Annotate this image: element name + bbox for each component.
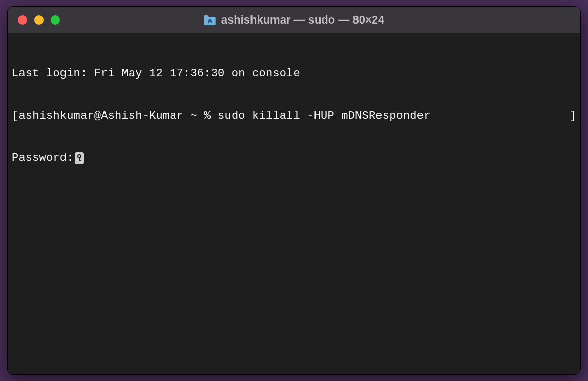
last-login-line: Last login: Fri May 12 17:36:30 on conso…	[12, 67, 576, 81]
key-icon	[75, 152, 84, 164]
window-title: ashishkumar — sudo — 80×24	[204, 13, 385, 27]
prompt-left: [ashishkumar@Ashish-Kumar ~ % sudo killa…	[12, 109, 431, 123]
window-controls	[8, 15, 60, 25]
window-title-text: ashishkumar — sudo — 80×24	[221, 13, 385, 27]
prompt-user-host: ashishkumar@Ashish-Kumar ~ %	[18, 110, 218, 122]
folder-home-icon	[204, 15, 216, 25]
svg-rect-2	[79, 160, 81, 161]
bracket-open: [	[12, 110, 18, 122]
titlebar[interactable]: ashishkumar — sudo — 80×24	[8, 7, 580, 33]
password-label: Password:	[12, 151, 74, 165]
terminal-window: ashishkumar — sudo — 80×24 Last login: F…	[7, 6, 581, 375]
minimize-button[interactable]	[34, 15, 44, 25]
prompt-line: [ashishkumar@Ashish-Kumar ~ % sudo killa…	[12, 109, 576, 123]
close-button[interactable]	[18, 15, 27, 25]
zoom-button[interactable]	[51, 15, 60, 25]
terminal-body[interactable]: Last login: Fri May 12 17:36:30 on conso…	[8, 33, 580, 374]
password-line: Password:	[12, 151, 576, 165]
bracket-close: ]	[570, 109, 576, 123]
command-text: sudo killall -HUP mDNSResponder	[218, 110, 430, 122]
